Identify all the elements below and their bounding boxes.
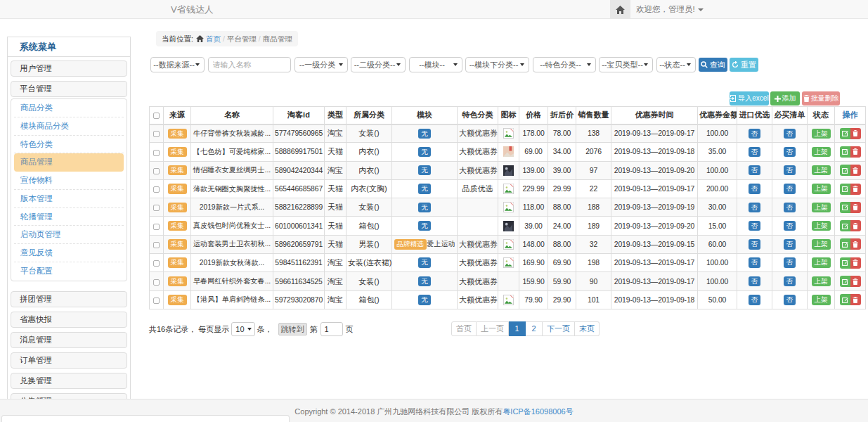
sidebar-item-5[interactable]: 版本管理 — [14, 190, 124, 208]
taoke-id: 597293020870 — [273, 290, 325, 309]
edit-button[interactable] — [840, 294, 850, 305]
sidebar-item-4[interactable]: 宣传物料 — [14, 172, 124, 190]
item-type-select[interactable]: --宝贝类型-- — [599, 57, 653, 72]
sidebar-group-header[interactable]: 拼团管理 — [11, 292, 127, 307]
page-link-1[interactable]: 1 — [509, 321, 526, 336]
sidebar-group-header[interactable]: 用户管理 — [11, 61, 127, 76]
row-checkbox[interactable] — [153, 224, 160, 230]
edit-button[interactable] — [840, 184, 850, 195]
sidebar-group-header[interactable]: 兑换管理 — [11, 373, 127, 388]
edit-button[interactable] — [840, 276, 850, 287]
breadcrumb-label: 当前位置: — [162, 31, 193, 46]
batch-delete-button[interactable]: 批量删除 — [802, 91, 840, 106]
sales-count: 138 — [576, 124, 611, 143]
icon-cell — [498, 179, 519, 198]
edit-button[interactable] — [840, 202, 850, 213]
page-link-首页[interactable]: 首页 — [451, 321, 477, 336]
search-button[interactable]: 查询 — [699, 58, 727, 72]
edit-button[interactable] — [840, 128, 850, 139]
name-cell: 早春网红针织外套女春... — [191, 272, 273, 290]
module-select[interactable]: --模块-- — [409, 57, 462, 72]
row-checkbox[interactable] — [153, 279, 160, 286]
breadcrumb-home-link[interactable]: 首页 — [206, 31, 221, 46]
level2-category-select[interactable]: --二级分类-- — [351, 57, 406, 72]
row-checkbox[interactable] — [153, 186, 160, 193]
must-buy-cell: 否 — [772, 179, 808, 198]
table-row-1: 采集【七色纺】可爱纯棉家...588869917501天猫内衣()无大额优惠券6… — [150, 143, 866, 161]
sidebar-group-header[interactable]: 订单管理 — [11, 353, 127, 368]
product-image — [503, 221, 514, 231]
edit-button[interactable] — [840, 220, 850, 231]
must-buy-badge: 否 — [784, 221, 796, 231]
per-page-select[interactable]: 10 — [231, 322, 254, 336]
user-menu[interactable]: 欢迎您，管理员! — [636, 0, 704, 19]
delete-button[interactable] — [850, 257, 861, 269]
import-excel-button[interactable]: 导入excel — [730, 91, 769, 106]
platform-type: 淘宝 — [325, 124, 346, 143]
delete-button[interactable] — [850, 128, 861, 139]
sidebar-item-6[interactable]: 轮播管理 — [14, 208, 124, 226]
home-button[interactable] — [610, 0, 630, 19]
edit-button[interactable] — [840, 257, 850, 269]
import-select-cell: 否 — [737, 161, 772, 179]
sidebar-item-2[interactable]: 特色分类 — [14, 136, 124, 154]
row-checkbox[interactable] — [153, 298, 160, 304]
sidebar-item-9[interactable]: 平台配置 — [14, 262, 124, 281]
delete-button[interactable] — [850, 165, 861, 176]
module-sub-select[interactable]: --模块下分类-- — [465, 57, 529, 72]
delete-button[interactable] — [850, 294, 861, 305]
sidebar-item-0[interactable]: 商品分类 — [14, 99, 124, 117]
jump-page-input[interactable] — [320, 322, 343, 336]
column-header-12: 优惠券金额 — [698, 107, 737, 124]
discount-price: 88.00 — [548, 198, 576, 217]
row-checkbox[interactable] — [153, 168, 160, 174]
row-checkbox[interactable] — [153, 260, 160, 267]
import-select-badge: 否 — [749, 257, 761, 268]
sidebar-group-header[interactable]: 平台管理 — [11, 82, 127, 96]
edit-button[interactable] — [840, 238, 850, 250]
module-cell: 无 — [392, 272, 458, 290]
platform-type: 天猫 — [325, 143, 346, 161]
level1-category-select[interactable]: --一级分类 — [294, 57, 348, 72]
row-checkbox[interactable] — [153, 131, 160, 137]
row-checkbox[interactable] — [153, 242, 160, 248]
select-all-checkbox[interactable] — [153, 113, 160, 119]
delete-button[interactable] — [850, 146, 861, 158]
feature-category-select[interactable]: --特色分类-- — [533, 57, 596, 72]
delete-button[interactable] — [850, 276, 861, 287]
reset-button[interactable]: 重置 — [730, 58, 758, 72]
edit-button[interactable] — [840, 146, 850, 158]
must-buy-badge: 否 — [784, 165, 796, 176]
must-buy-badge: 否 — [784, 276, 796, 287]
column-header-14: 必买清单 — [772, 107, 808, 124]
edit-button[interactable] — [840, 165, 850, 176]
delete-button[interactable] — [850, 202, 861, 213]
sidebar-item-3[interactable]: 商品管理 — [14, 153, 124, 172]
status-select[interactable]: --状态-- — [656, 57, 696, 72]
sidebar-group-header[interactable]: 省惠快报 — [11, 312, 127, 327]
delete-button[interactable] — [850, 220, 861, 231]
sidebar-item-1[interactable]: 模块商品分类 — [14, 117, 124, 136]
sidebar-item-8[interactable]: 意见反馈 — [14, 244, 124, 262]
page-link-下一页[interactable]: 下一页 — [543, 321, 575, 336]
platform-type: 天猫 — [325, 217, 346, 235]
page-link-末页[interactable]: 末页 — [575, 321, 600, 336]
select-arrow-icon — [587, 63, 591, 66]
jump-button[interactable]: 跳转到 — [278, 323, 307, 335]
sales-count: 198 — [576, 254, 611, 272]
icp-link[interactable]: 粤ICP备16098006号 — [503, 407, 573, 416]
row-checkbox[interactable] — [153, 150, 160, 156]
name-search-input[interactable] — [208, 57, 291, 72]
sidebar-group-header[interactable]: 消息管理 — [11, 333, 127, 347]
data-source-select[interactable]: --数据来源-- — [150, 57, 205, 72]
page-link-上一页[interactable]: 上一页 — [477, 321, 509, 336]
table-row-5: 采集真皮钱包时尚优雅女士...601000601341天猫箱包()无39.002… — [150, 217, 866, 235]
status-badge: 上架 — [812, 147, 831, 158]
price: 69.00 — [519, 143, 548, 161]
page-link-2[interactable]: 2 — [526, 321, 543, 336]
sidebar-item-7[interactable]: 启动页管理 — [14, 226, 124, 244]
delete-button[interactable] — [850, 238, 861, 250]
row-checkbox[interactable] — [153, 205, 160, 211]
add-button[interactable]: 添加 — [770, 91, 800, 106]
delete-button[interactable] — [850, 184, 861, 195]
